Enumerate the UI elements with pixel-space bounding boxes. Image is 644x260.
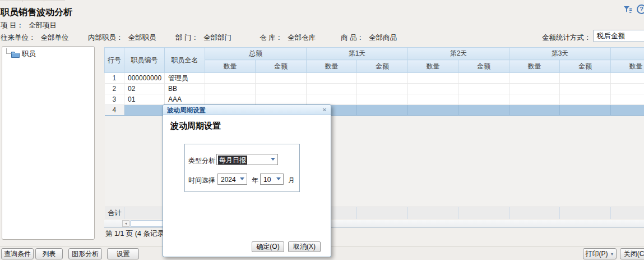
cell-code[interactable] (124, 105, 165, 116)
cell-value[interactable] (357, 105, 408, 116)
cell-value[interactable] (611, 105, 644, 116)
col-group-day4[interactable] (611, 48, 644, 60)
settings-button[interactable]: 设置 (107, 248, 139, 259)
page-title: 职员销售波动分析 (1, 7, 72, 19)
month-select[interactable]: 10 (260, 174, 284, 185)
cell-value[interactable] (408, 105, 458, 116)
table-row[interactable]: 2 02 BB (105, 84, 644, 94)
chevron-down-icon: ▼ (610, 252, 614, 256)
cell-code[interactable]: 01 (124, 94, 165, 105)
cell-value[interactable] (560, 105, 611, 116)
table-row[interactable]: 3 01 AAA (105, 94, 644, 105)
cell-value[interactable] (205, 94, 256, 105)
col-header-qty[interactable]: 数量 (509, 60, 560, 73)
col-group-day2[interactable]: 第2天 (408, 48, 509, 60)
filter-amount-mode-label: 金额统计方式： (542, 33, 591, 43)
cell-name[interactable]: AAA (165, 94, 205, 105)
cell-value[interactable] (509, 73, 560, 84)
col-header-qty[interactable]: 数量 (307, 60, 357, 73)
col-header-amount[interactable]: 金额 (458, 60, 509, 73)
filter-employee-label: 内部职员： (88, 34, 123, 42)
col-header-qty[interactable]: 数量 (408, 60, 458, 73)
table-row[interactable]: 1 000000000 管理员 (105, 73, 644, 84)
arrow-left-icon[interactable]: ◂ (122, 220, 129, 227)
cell-value[interactable] (357, 73, 408, 84)
cell-value[interactable] (357, 84, 408, 94)
total-cell (124, 207, 165, 219)
close-icon[interactable]: ✕ (321, 107, 328, 113)
total-label: 合计 (105, 207, 124, 219)
cell-value[interactable] (458, 105, 509, 116)
cell-code[interactable]: 000000000 (124, 73, 165, 84)
cell-value[interactable] (509, 94, 560, 105)
filter-department: 部 门：全部部门 (175, 33, 231, 43)
amount-mode-select[interactable]: 税后金额 (594, 30, 644, 42)
cell-value[interactable] (408, 94, 458, 105)
filter-project: 项 目：全部项目 (1, 21, 57, 30)
cell-rowno[interactable]: 4 (105, 105, 124, 116)
cell-value[interactable] (307, 73, 357, 84)
cell-value[interactable] (205, 84, 256, 94)
col-header-amount[interactable]: 金额 (256, 60, 307, 73)
print-button[interactable]: 打印(P)▼ (583, 248, 617, 259)
dialog-titlebar[interactable]: 波动周期设置 ✕ (163, 105, 331, 115)
list-button[interactable]: 列表 (35, 248, 63, 259)
cell-name[interactable]: BB (165, 84, 205, 94)
col-group-day1[interactable]: 第1天 (307, 48, 408, 60)
filter-project-label: 项 目： (1, 21, 24, 29)
scrollbar-thumb[interactable] (130, 220, 165, 227)
cell-value[interactable] (256, 84, 307, 94)
filter-project-value: 全部项目 (29, 21, 57, 29)
filter-warehouse-label: 仓 库： (260, 34, 282, 42)
cell-value[interactable] (256, 73, 307, 84)
cell-value[interactable] (307, 94, 357, 105)
col-header-amount[interactable]: 金额 (560, 60, 611, 73)
cell-value[interactable] (458, 84, 509, 94)
cell-value[interactable] (357, 94, 408, 105)
col-header-amount[interactable]: 金额 (357, 60, 408, 73)
cell-value[interactable] (560, 84, 611, 94)
cell-value[interactable] (509, 84, 560, 94)
filter-goods: 商 品：全部商品 (341, 33, 397, 43)
cell-name[interactable]: 管理员 (165, 73, 205, 84)
ok-button[interactable]: 确定(O) (252, 241, 284, 252)
cell-value[interactable] (408, 73, 458, 84)
cell-value[interactable] (509, 105, 560, 116)
graph-analysis-button[interactable]: 图形分析 (68, 248, 102, 259)
col-header-qty[interactable]: 数量 (611, 60, 644, 73)
cell-value[interactable] (560, 94, 611, 105)
cell-value[interactable] (458, 73, 509, 84)
year-value: 2024 (221, 175, 236, 185)
help-icon[interactable]: ? (637, 4, 644, 14)
close-button[interactable]: 关闭(C) (620, 248, 644, 259)
col-group-day3[interactable]: 第3天 (509, 48, 611, 60)
cell-value[interactable] (458, 94, 509, 105)
top-tab-divider (7, 0, 7, 2)
cell-code[interactable]: 02 (124, 84, 165, 94)
cell-value[interactable] (611, 73, 644, 84)
cell-value[interactable] (611, 84, 644, 94)
cell-rowno[interactable]: 1 (105, 73, 124, 84)
filter-partner-value: 全部单位 (41, 34, 69, 42)
analysis-type-select[interactable]: 每月日报 (216, 154, 278, 165)
cell-rowno[interactable]: 2 (105, 84, 124, 94)
cell-value[interactable] (560, 73, 611, 84)
dialog-heading: 波动周期设置 (170, 121, 221, 131)
cell-value[interactable] (307, 84, 357, 94)
query-conditions-button[interactable]: 查询条件 (1, 248, 34, 259)
tree-node-employee[interactable]: 职员 (11, 49, 36, 59)
col-header-rowno[interactable]: 行号 (105, 48, 124, 73)
filter-icon[interactable] (623, 5, 632, 14)
col-header-name[interactable]: 职员全名 (165, 48, 205, 73)
cell-value[interactable] (611, 94, 644, 105)
cell-rowno[interactable]: 3 (105, 94, 124, 105)
cell-value[interactable] (408, 84, 458, 94)
cell-value[interactable] (205, 73, 256, 84)
cancel-button[interactable]: 取消(X) (288, 241, 321, 252)
cell-value[interactable] (256, 94, 307, 105)
filter-warehouse: 仓 库：全部仓库 (260, 33, 316, 43)
col-header-qty[interactable]: 数量 (205, 60, 256, 73)
col-group-total[interactable]: 总额 (205, 48, 307, 60)
col-header-code[interactable]: 职员编号 (124, 48, 165, 73)
year-select[interactable]: 2024 (217, 174, 247, 185)
